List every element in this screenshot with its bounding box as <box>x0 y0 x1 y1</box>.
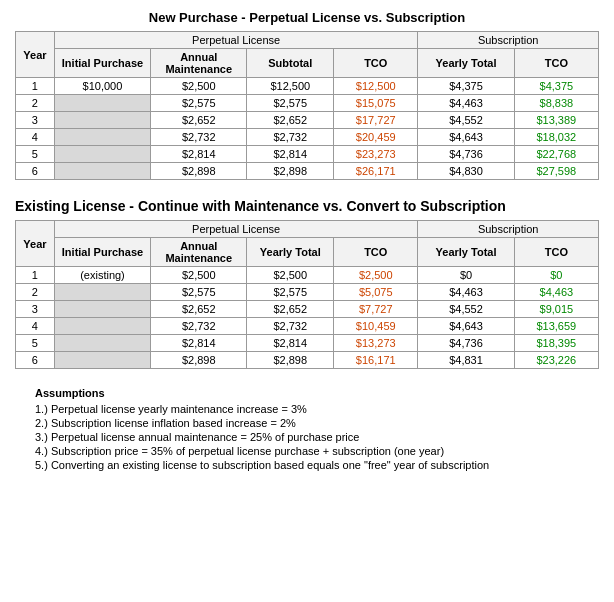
table-row: 5 <box>16 146 55 163</box>
t2-header-subtco: TCO <box>514 238 598 267</box>
assumption-item: 3.) Perpetual license annual maintenance… <box>35 431 599 443</box>
table-row: 2 <box>16 95 55 112</box>
t2-header-subyearly: Yearly Total <box>418 238 514 267</box>
t2-header-year: Year <box>16 221 55 267</box>
assumptions-section: Assumptions 1.) Perpetual license yearly… <box>15 387 599 471</box>
assumption-item: 4.) Subscription price = 35% of perpetua… <box>35 445 599 457</box>
t1-header-maintenance: Annual Maintenance <box>151 49 247 78</box>
t2-header-subscription: Subscription <box>418 221 599 238</box>
t2-header-tco: TCO <box>334 238 418 267</box>
t1-header-subscription: Subscription <box>418 32 599 49</box>
t1-header-tco: TCO <box>334 49 418 78</box>
t1-header-perpetual: Perpetual License <box>54 32 418 49</box>
assumptions-title: Assumptions <box>35 387 599 399</box>
assumption-item: 5.) Converting an existing license to su… <box>35 459 599 471</box>
t2-header-yearly: Yearly Total <box>247 238 334 267</box>
t1-header-subtco: TCO <box>514 49 598 78</box>
t1-header-yearly: Yearly Total <box>418 49 514 78</box>
table1: Year Perpetual License Subscription Init… <box>15 31 599 180</box>
table-row: 4 <box>16 129 55 146</box>
table-row: 1 <box>16 78 55 95</box>
table2: Year Perpetual License Subscription Init… <box>15 220 599 369</box>
t1-header-subtotal: Subtotal <box>247 49 334 78</box>
table1-title: New Purchase - Perpetual License vs. Sub… <box>15 10 599 25</box>
t2-header-perpetual: Perpetual License <box>54 221 418 238</box>
assumption-item: 1.) Perpetual license yearly maintenance… <box>35 403 599 415</box>
t2-header-maintenance: Annual Maintenance <box>151 238 247 267</box>
assumption-item: 2.) Subscription license inflation based… <box>35 417 599 429</box>
table-row: 3 <box>16 112 55 129</box>
t1-header-year: Year <box>16 32 55 78</box>
table2-title: Existing License - Continue with Mainten… <box>15 198 599 214</box>
table-row: 6 <box>16 163 55 180</box>
t1-header-initial: Initial Purchase <box>54 49 150 78</box>
t2-header-initial: Initial Purchase <box>54 238 150 267</box>
